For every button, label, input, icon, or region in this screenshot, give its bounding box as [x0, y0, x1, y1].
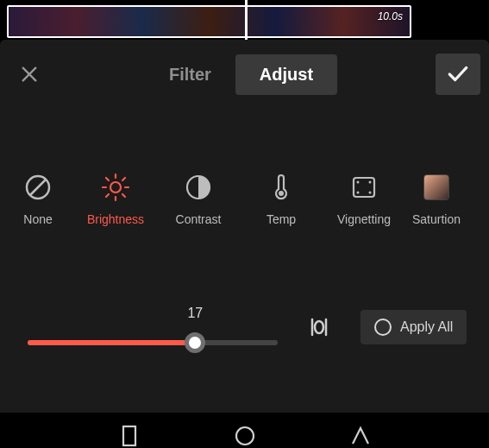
apply-all-label: Apply All [400, 319, 453, 335]
panel-topbar: Filter Adjust [0, 52, 489, 97]
vignette-icon [349, 173, 379, 202]
contrast-icon [184, 173, 213, 202]
keyframe-icon [304, 316, 334, 338]
tool-label: Vignetting [337, 212, 391, 226]
svg-point-2 [110, 182, 121, 192]
close-button[interactable] [12, 57, 47, 91]
adjust-tool-strip[interactable]: None Brightness Contrast Temp Vignetting [0, 97, 489, 226]
slider-fill [28, 340, 195, 345]
svg-point-14 [357, 181, 360, 184]
svg-line-10 [106, 194, 109, 197]
tool-label: Temp [266, 212, 296, 226]
svg-point-16 [357, 192, 360, 194]
playhead[interactable] [245, 0, 248, 40]
brightness-icon [101, 173, 130, 202]
clip-duration: 10.0s [378, 10, 403, 22]
svg-line-9 [122, 178, 125, 180]
slider-track[interactable] [28, 340, 278, 345]
svg-point-19 [236, 427, 254, 445]
confirm-button[interactable] [436, 54, 480, 95]
tool-label: None [23, 212, 52, 226]
tab-adjust[interactable]: Adjust [235, 54, 337, 95]
bottom-nav [0, 413, 489, 448]
tool-label: Brightness [87, 212, 144, 226]
nav-item-1[interactable] [115, 425, 144, 447]
svg-point-12 [279, 191, 284, 196]
adjust-panel: Filter Adjust None Brightness Contrast [0, 40, 489, 413]
tab-group: Filter Adjust [145, 54, 337, 95]
slider-row: 17 Apply All [0, 306, 489, 349]
tool-none[interactable]: None [2, 173, 74, 226]
svg-line-1 [30, 180, 46, 195]
saturation-icon [422, 173, 451, 202]
video-clip[interactable] [7, 5, 411, 38]
svg-line-7 [106, 178, 109, 180]
ban-icon [23, 173, 53, 202]
check-icon [447, 65, 469, 84]
nav-item-3[interactable] [346, 425, 375, 447]
tool-label: Contrast [176, 212, 222, 226]
value-slider[interactable]: 17 [28, 306, 278, 349]
temp-icon [266, 173, 296, 202]
close-icon [20, 65, 39, 84]
tool-saturation[interactable]: Saturtion [405, 173, 467, 226]
tool-temp[interactable]: Temp [240, 173, 323, 226]
slider-thumb[interactable] [185, 332, 205, 353]
tool-contrast[interactable]: Contrast [157, 173, 240, 226]
circle-icon [374, 319, 392, 336]
slider-value-label: 17 [187, 306, 203, 321]
nav-item-2[interactable] [230, 425, 260, 447]
svg-line-8 [122, 194, 125, 197]
tool-label: Saturtion [412, 212, 461, 226]
svg-point-15 [369, 181, 372, 184]
tool-vignetting[interactable]: Vignetting [323, 173, 405, 226]
svg-rect-13 [354, 178, 374, 197]
svg-point-17 [369, 192, 372, 194]
keyframe-button[interactable] [302, 312, 336, 343]
tool-brightness[interactable]: Brightness [74, 173, 157, 226]
tab-filter[interactable]: Filter [145, 54, 235, 95]
svg-rect-18 [123, 426, 135, 445]
timeline[interactable]: 10.0s [0, 0, 489, 40]
apply-all-button[interactable]: Apply All [360, 310, 467, 344]
